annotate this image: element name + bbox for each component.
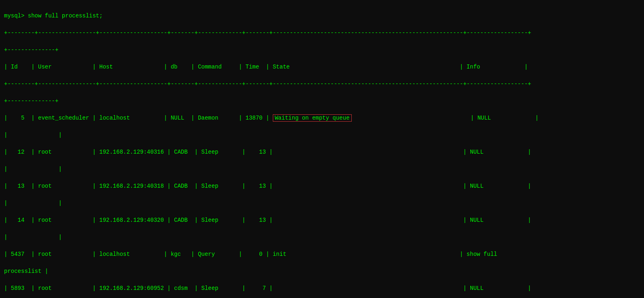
separator-line-2: +--------+-----------------+------------… <box>4 81 531 87</box>
data-row-2: | 12 | root | 192.168.2.129:40316 | CADB… <box>4 149 531 155</box>
state-highlight-1: Waiting on empty queue <box>273 114 352 122</box>
separator-line-short-2: +--------------+ <box>4 98 58 104</box>
separator-line-short-1: +--------------+ <box>4 47 58 53</box>
data-row-pipe-3: | | <box>4 200 62 206</box>
data-row-pipe-2: | | <box>4 166 62 172</box>
header-row: | Id | User | Host | db | Command | Time… <box>4 64 528 70</box>
data-row-5b: processlist | <box>4 268 48 274</box>
data-row-pipe-1: | | <box>4 132 62 138</box>
data-row-4: | 14 | root | 192.168.2.129:40320 | CADB… <box>4 217 531 223</box>
data-row-1: | 5 | event_scheduler | localhost | NULL… <box>4 114 539 122</box>
separator-line-1: +--------+-----------------+------------… <box>4 30 531 36</box>
initial-prompt: mysql> show full processlist; <box>4 13 103 19</box>
data-row-3: | 13 | root | 192.168.2.129:40318 | CADB… <box>4 183 531 189</box>
data-row-6: | 5893 | root | 192.168.2.129:60952 | cd… <box>4 285 531 292</box>
data-row-pipe-4: | | <box>4 234 62 240</box>
terminal-window: mysql> show full processlist; +--------+… <box>0 0 644 298</box>
data-row-5: | 5437 | root | localhost | kgc | Query … <box>4 251 497 257</box>
